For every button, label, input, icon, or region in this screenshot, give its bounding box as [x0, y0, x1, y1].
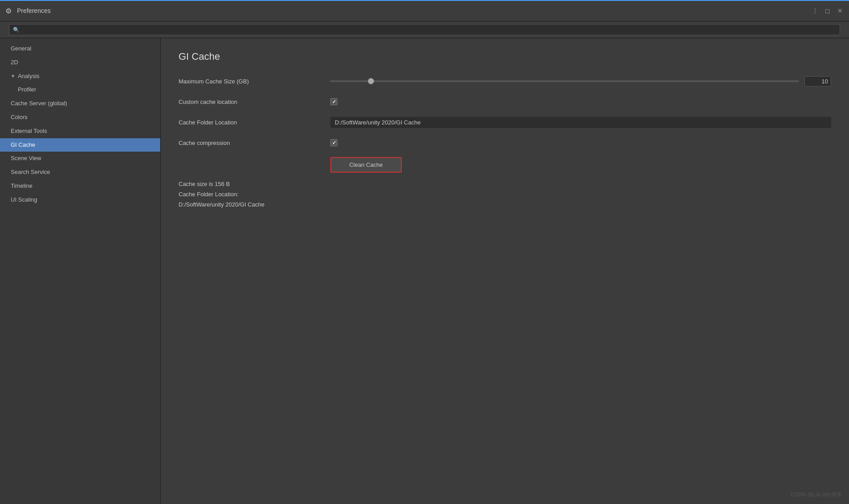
slider-value[interactable]: 10 [804, 76, 831, 87]
custom-cache-location-checkbox[interactable] [330, 98, 337, 105]
slider-fill [330, 80, 368, 82]
page-title: GI Cache [179, 51, 831, 62]
title-bar-accent [0, 0, 849, 1]
title-bar-controls: ⋮ ◻ ✕ [810, 5, 845, 16]
sidebar-item-scene-view[interactable]: Scene View [0, 152, 160, 165]
content-area: GI Cache Maximum Cache Size (GB) 10 Cust… [161, 38, 849, 504]
cache-folder-location-control: D:/SoftWare/unity 2020/GI Cache [330, 117, 831, 128]
restore-button[interactable]: ◻ [822, 5, 833, 16]
sidebar-item-2d[interactable]: 2D [0, 56, 160, 70]
more-button[interactable]: ⋮ [810, 5, 820, 16]
clean-cache-control: Clean Cache [330, 157, 831, 173]
cache-compression-label: Cache compression [179, 140, 330, 146]
search-input[interactable] [22, 26, 836, 33]
cache-folder-info-path: D:/SoftWare/unity 2020/GI Cache [179, 201, 831, 208]
gear-icon: ⚙ [5, 7, 13, 15]
cache-folder-location-label: Cache Folder Location [179, 119, 330, 126]
sidebar-item-colors[interactable]: Colors [0, 111, 160, 124]
main-layout: General 2D ▼ Analysis Profiler Cache Ser… [0, 38, 849, 504]
sidebar-item-cache-server[interactable]: Cache Server (global) [0, 97, 160, 111]
watermark: CSDN @LALA的博客 [791, 491, 842, 499]
sidebar-item-gi-cache[interactable]: GI Cache [0, 138, 160, 152]
sidebar: General 2D ▼ Analysis Profiler Cache Ser… [0, 38, 161, 504]
clean-cache-button[interactable]: Clean Cache [330, 157, 402, 173]
sidebar-item-general[interactable]: General [0, 42, 160, 56]
cache-compression-row: Cache compression [179, 136, 831, 149]
cache-size-info: Cache size is 156 B [179, 181, 831, 187]
search-icon: 🔍 [13, 27, 20, 33]
custom-cache-location-row: Custom cache location [179, 95, 831, 108]
max-cache-size-control: 10 [330, 76, 831, 87]
slider-track[interactable] [330, 80, 799, 82]
custom-cache-location-control [330, 98, 831, 105]
search-bar: 🔍 [0, 21, 849, 38]
cache-folder-info-label: Cache Folder Location: [179, 191, 831, 198]
sidebar-item-ui-scaling[interactable]: UI Scaling [0, 193, 160, 207]
sidebar-item-search-service[interactable]: Search Service [0, 165, 160, 179]
max-cache-size-label: Maximum Cache Size (GB) [179, 78, 330, 85]
title-bar-title: Preferences [17, 7, 50, 14]
max-cache-size-row: Maximum Cache Size (GB) 10 [179, 75, 831, 87]
sidebar-item-external-tools[interactable]: External Tools [0, 124, 160, 138]
sidebar-item-analysis[interactable]: ▼ Analysis [0, 70, 160, 83]
sidebar-item-profiler[interactable]: Profiler [0, 83, 160, 97]
search-input-wrap[interactable]: 🔍 [9, 24, 840, 35]
sidebar-item-timeline[interactable]: Timeline [0, 179, 160, 193]
slider-wrap: 10 [330, 76, 831, 87]
close-button[interactable]: ✕ [835, 5, 845, 16]
custom-cache-location-label: Custom cache location [179, 99, 330, 105]
cache-folder-location-field[interactable]: D:/SoftWare/unity 2020/GI Cache [330, 117, 831, 128]
cache-folder-location-row: Cache Folder Location D:/SoftWare/unity … [179, 116, 831, 128]
slider-thumb[interactable] [368, 78, 374, 84]
cache-compression-checkbox[interactable] [330, 139, 337, 146]
cache-compression-control [330, 139, 831, 146]
chevron-down-icon: ▼ [11, 73, 15, 80]
clean-cache-row: Clean Cache [179, 157, 831, 173]
title-bar: ⚙ Preferences ⋮ ◻ ✕ [0, 0, 849, 21]
